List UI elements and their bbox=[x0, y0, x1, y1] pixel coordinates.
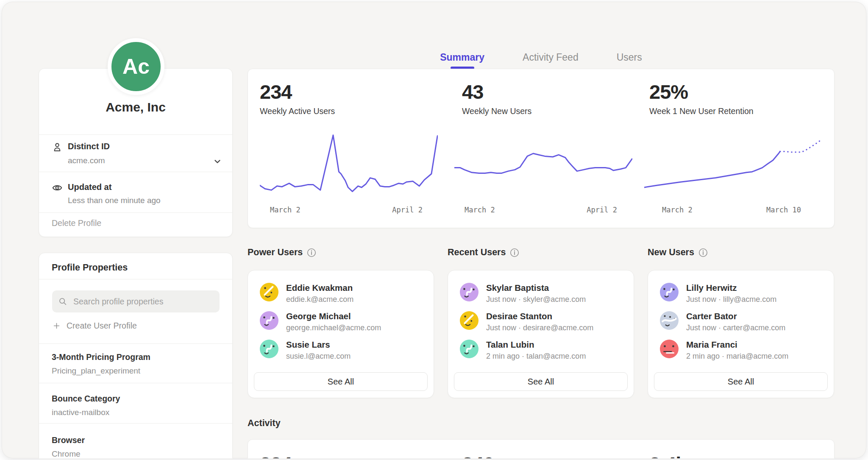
plus-icon bbox=[53, 322, 61, 330]
section-title: New Users bbox=[648, 247, 694, 258]
user-name: George Michael bbox=[286, 311, 351, 321]
stat-week1-retention: 25% Week 1 New User Retention March 2 Ma… bbox=[644, 69, 823, 228]
tab-summary[interactable]: Summary bbox=[439, 49, 485, 69]
stat-weekly-new-users: 43 Weekly New Users March 2 April 2 bbox=[454, 69, 632, 228]
stat-value: 240 bbox=[462, 452, 494, 458]
stat-label: Week 1 New User Retention bbox=[649, 106, 754, 116]
user-row[interactable]: George Michael george.michael@acme.com bbox=[260, 311, 422, 335]
property-value: Chrome bbox=[52, 449, 81, 458]
property-value: Pricing_plan_experiment bbox=[52, 366, 140, 376]
company-avatar: Ac bbox=[108, 38, 164, 95]
create-user-profile-button[interactable]: Create User Profile bbox=[53, 321, 137, 331]
user-name: Lilly Herwitz bbox=[686, 283, 737, 293]
user-detail: 2 min ago · maria@acme.com bbox=[686, 352, 788, 361]
summary-stats-card: 234 Weekly Active Users March 2 April 2 … bbox=[248, 69, 835, 228]
user-name: Carter Bator bbox=[686, 311, 737, 321]
info-icon[interactable] bbox=[510, 248, 519, 257]
distinct-id-value: acme.com bbox=[68, 156, 105, 165]
tab-label: Activity Feed bbox=[523, 52, 579, 63]
info-icon[interactable] bbox=[307, 248, 316, 257]
user-detail: eddie.k@acme.com bbox=[286, 295, 353, 304]
user-name: Talan Lubin bbox=[486, 340, 534, 350]
x-axis-labels: March 2 March 10 bbox=[644, 206, 823, 214]
user-detail: Just now · desirare@acme.com bbox=[486, 323, 593, 332]
user-detail: 2 min ago · talan@acme.com bbox=[486, 352, 586, 361]
stat-value: 234 bbox=[260, 452, 292, 458]
see-all-button[interactable]: See All bbox=[654, 372, 828, 391]
user-row[interactable]: Susie Lars susie.l@acme.com bbox=[260, 340, 422, 363]
property-value: inactive-mailbox bbox=[52, 408, 109, 417]
divider bbox=[39, 172, 232, 172]
x-tick: March 2 bbox=[270, 206, 300, 214]
recent-users-heading: Recent Users bbox=[448, 247, 519, 258]
eye-icon bbox=[52, 182, 63, 193]
user-detail: Just now · skyler@acme.com bbox=[486, 295, 586, 304]
delete-profile-button[interactable]: Delete Profile bbox=[52, 218, 101, 228]
section-title: Recent Users bbox=[448, 247, 506, 258]
new-users-card: Lilly Herwitz Just now · lilly@acme.com … bbox=[648, 270, 834, 398]
see-all-button[interactable]: See All bbox=[254, 372, 428, 391]
user-row[interactable]: Carter Bator Just now · carter@acme.com bbox=[660, 311, 822, 335]
activity-heading: Activity bbox=[248, 418, 281, 429]
user-avatar bbox=[260, 283, 278, 301]
user-avatar bbox=[260, 311, 278, 330]
updated-at-value: Less than one minute ago bbox=[68, 196, 161, 205]
divider bbox=[39, 423, 232, 424]
profile-properties-title: Profile Properties bbox=[52, 262, 128, 273]
sparkline-chart bbox=[644, 123, 822, 199]
company-avatar-initials: Ac bbox=[122, 54, 150, 79]
info-icon[interactable] bbox=[698, 248, 708, 257]
divider bbox=[39, 383, 232, 383]
create-user-profile-label: Create User Profile bbox=[67, 321, 137, 331]
user-avatar bbox=[660, 283, 679, 301]
search-properties-input[interactable] bbox=[72, 296, 214, 307]
user-row[interactable]: Desirae Stanton Just now · desirare@acme… bbox=[460, 311, 622, 335]
user-name: Desirae Stanton bbox=[486, 311, 552, 321]
stat-value: 43 bbox=[462, 80, 483, 103]
user-detail: Just now · lilly@acme.com bbox=[686, 295, 776, 304]
user-row[interactable]: Maria Franci 2 min ago · maria@acme.com bbox=[660, 340, 822, 363]
user-avatar bbox=[660, 311, 679, 330]
recent-users-card: Skylar Baptista Just now · skyler@acme.c… bbox=[448, 270, 634, 398]
property-name: Browser bbox=[52, 435, 85, 445]
stat-value: 3.4k bbox=[649, 452, 686, 458]
user-avatar bbox=[460, 283, 479, 301]
activity-card: 234 240 3.4k bbox=[248, 439, 835, 458]
x-tick: April 2 bbox=[587, 206, 617, 214]
updated-at-label: Updated at bbox=[68, 182, 111, 192]
user-row[interactable]: Eddie Kwakman eddie.k@acme.com bbox=[260, 283, 422, 307]
activity-stat: 234 bbox=[260, 440, 438, 458]
divider bbox=[39, 279, 232, 279]
tab-label: Users bbox=[617, 52, 642, 63]
app-window: Ac Acme, Inc Distinct ID acme.com Update… bbox=[2, 2, 866, 458]
new-users-heading: New Users bbox=[648, 247, 708, 258]
user-row[interactable]: Talan Lubin 2 min ago · talan@acme.com bbox=[460, 340, 622, 363]
search-icon bbox=[58, 297, 67, 306]
stat-label: Weekly Active Users bbox=[260, 106, 335, 116]
user-avatar bbox=[460, 340, 479, 358]
stat-label: Weekly New Users bbox=[462, 106, 531, 116]
x-axis-labels: March 2 April 2 bbox=[260, 206, 438, 214]
property-name: Bounce Category bbox=[52, 394, 120, 404]
user-avatar bbox=[260, 340, 278, 358]
divider bbox=[39, 134, 232, 135]
tab-users[interactable]: Users bbox=[616, 49, 643, 69]
tab-label: Summary bbox=[440, 52, 484, 63]
search-properties-box[interactable] bbox=[52, 290, 220, 312]
x-tick: March 2 bbox=[465, 206, 495, 214]
stat-weekly-active-users: 234 Weekly Active Users March 2 April 2 bbox=[260, 69, 438, 228]
power-users-card: Eddie Kwakman eddie.k@acme.com George Mi… bbox=[248, 270, 434, 398]
profile-properties-card: Profile Properties Create User Profile 3… bbox=[39, 253, 233, 458]
user-avatar bbox=[660, 340, 679, 358]
user-name: Maria Franci bbox=[686, 340, 737, 350]
activity-stat: 240 bbox=[454, 440, 632, 458]
user-detail: Just now · carter@acme.com bbox=[686, 323, 785, 332]
person-icon bbox=[52, 142, 63, 153]
chevron-down-icon[interactable] bbox=[212, 156, 223, 167]
tab-activity-feed[interactable]: Activity Feed bbox=[522, 49, 579, 69]
x-tick: March 2 bbox=[662, 206, 693, 214]
user-row[interactable]: Lilly Herwitz Just now · lilly@acme.com bbox=[660, 283, 822, 307]
user-row[interactable]: Skylar Baptista Just now · skyler@acme.c… bbox=[460, 283, 622, 307]
see-all-button[interactable]: See All bbox=[454, 372, 628, 391]
user-name: Susie Lars bbox=[286, 340, 330, 350]
